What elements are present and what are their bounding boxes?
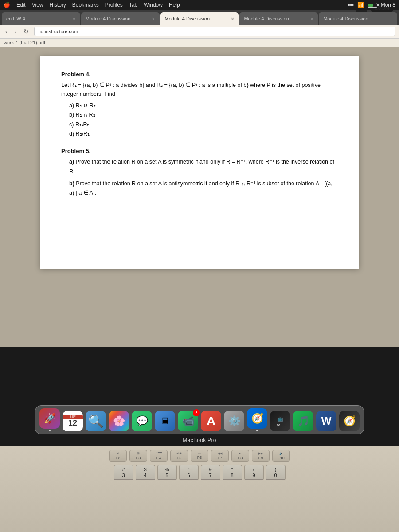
key-4[interactable]: $ 4 xyxy=(136,465,155,480)
back-button[interactable]: ‹ xyxy=(4,27,9,36)
key-f3-icon: ⊞ xyxy=(137,452,140,455)
problem4-part-c: c) R₁\R₂ xyxy=(69,120,338,129)
problem5-part-b: b) Prove that the relation R on a set A … xyxy=(69,179,338,198)
key-f6[interactable]: ··· F6 xyxy=(191,450,208,462)
key-7-bot: 7 xyxy=(209,473,211,478)
problem5-part-b-text: Prove that the relation R on a set A is … xyxy=(69,180,332,196)
problem4-intro: Let R₁ = {(a, b) ∈ P² : a divides b} and… xyxy=(61,81,338,98)
key-5[interactable]: % 5 xyxy=(157,465,177,480)
key-f2[interactable]: ☀ F2 xyxy=(109,450,127,462)
dock-item-appletv[interactable]: 📺tv xyxy=(270,411,290,431)
dock-icon-appletv: 📺tv xyxy=(270,411,290,431)
problem5-part-a-label: a) xyxy=(69,159,74,165)
dock-item-rocket[interactable]: 🚀 xyxy=(39,408,60,431)
key-f5-icon: ☀☀ xyxy=(176,452,182,455)
time-display: Mon 8 xyxy=(381,2,395,8)
key-3[interactable]: # 3 xyxy=(114,465,133,480)
dock-item-word[interactable]: W xyxy=(316,411,336,431)
tab-mod4a-close[interactable]: × xyxy=(152,16,155,22)
dock-item-calendar[interactable]: SEP 12 xyxy=(63,411,83,431)
calendar-date: 12 xyxy=(68,419,77,428)
key-f5[interactable]: ☀☀ F5 xyxy=(170,450,188,462)
address-input[interactable] xyxy=(34,27,395,36)
dock-item-finder[interactable]: 🔍 xyxy=(86,411,106,431)
tab-mod4a[interactable]: Module 4 Discussion × xyxy=(81,12,160,25)
menu-tab[interactable]: Tab xyxy=(129,2,137,8)
dock-item-photos[interactable]: 🌸 xyxy=(109,411,129,431)
fn-row: ☀ F2 ⊞ F3 ⠿⠿⠿ F4 ☀☀ F5 ··· F6 ◀◀ F7 ▶|| … xyxy=(106,450,293,462)
breadcrumb-text: work 4 (Fall 21).pdf xyxy=(4,40,45,45)
dock-icon-screen: 🖥 xyxy=(155,411,175,431)
menu-history[interactable]: History xyxy=(49,2,66,8)
menu-window[interactable]: Window xyxy=(144,2,163,8)
tab-mod4b[interactable]: Module 4 Discussion × xyxy=(160,12,239,25)
key-f8-icon: ▶|| xyxy=(239,452,243,455)
tab-mod4c[interactable]: Module 4 Discussion × xyxy=(239,12,318,25)
problem5-part-a-text: Prove that the relation R on a set A is … xyxy=(69,159,334,174)
minimize-button[interactable]: — xyxy=(356,10,367,12)
dock-item-spotify[interactable]: 🎵 xyxy=(293,411,313,431)
tab-mod4c-close[interactable]: × xyxy=(310,16,314,22)
dock-container: 🚀 SEP 12 🔍 🌸 💬 🖥 📹 3 xyxy=(0,405,399,443)
key-f3[interactable]: ⊞ F3 xyxy=(129,450,147,462)
tab-mod4b-close[interactable]: × xyxy=(231,16,235,22)
dock-item-facetime[interactable]: 📹 3 xyxy=(178,411,198,431)
menu-view[interactable]: View xyxy=(32,2,43,8)
main-key-row: # 3 $ 4 % 5 ^ 6 & 7 * 8 ( 9 ) 0 xyxy=(110,465,289,480)
menu-bookmarks[interactable]: Bookmarks xyxy=(72,2,99,8)
dock-icon-facetime: 📹 3 xyxy=(178,411,198,431)
key-8-bot: 8 xyxy=(231,473,233,478)
key-f9-icon: ▶▶ xyxy=(258,452,263,455)
menu-profiles[interactable]: Profiles xyxy=(105,2,123,8)
key-9-top: ( xyxy=(253,467,255,472)
key-4-bot: 4 xyxy=(144,473,146,478)
tab-mod4c-title: Module 4 Discussion xyxy=(244,16,307,21)
key-f9[interactable]: ▶▶ F9 xyxy=(252,450,270,462)
tab-mod4d[interactable]: Module 4 Discussion xyxy=(319,12,397,25)
keyboard-section: ☀ F2 ⊞ F3 ⠿⠿⠿ F4 ☀☀ F5 ··· F6 ◀◀ F7 ▶|| … xyxy=(0,446,399,532)
key-9[interactable]: ( 9 xyxy=(244,465,264,480)
dock: 🚀 SEP 12 🔍 🌸 💬 🖥 📹 3 xyxy=(35,405,364,434)
reload-button[interactable]: ↻ xyxy=(22,27,31,36)
dock-item-screen[interactable]: 🖥 xyxy=(155,411,175,431)
tab-hw4-title: en HW 4 xyxy=(6,16,70,21)
pdf-viewer: Problem 4. Let R₁ = {(a, b) ∈ P² : a div… xyxy=(0,47,399,347)
key-3-top: # xyxy=(122,467,125,472)
dock-item-messages[interactable]: 💬 xyxy=(132,411,152,431)
key-f7-icon: ◀◀ xyxy=(218,452,222,455)
key-f4[interactable]: ⠿⠿⠿ F4 xyxy=(150,450,168,462)
key-6-top: ^ xyxy=(188,467,190,472)
problem4-title: Problem 4. xyxy=(61,70,338,79)
key-0[interactable]: ) 0 xyxy=(266,465,286,480)
key-f4-label: F4 xyxy=(156,456,161,460)
key-8[interactable]: * 8 xyxy=(223,465,242,480)
dock-icon-finder: 🔍 xyxy=(86,411,106,431)
tab-hw4-close[interactable]: × xyxy=(72,16,76,22)
problem5-parts: a) Prove that the relation R on a set A … xyxy=(61,157,338,198)
key-9-bot: 9 xyxy=(252,473,255,478)
key-f8[interactable]: ▶|| F8 xyxy=(231,450,249,462)
tab-hw4[interactable]: en HW 4 × xyxy=(2,12,80,25)
key-6[interactable]: ^ 6 xyxy=(179,465,199,480)
key-7[interactable]: & 7 xyxy=(201,465,220,480)
forward-button[interactable]: › xyxy=(13,27,19,36)
menu-bar-left: 🍎 Edit View History Bookmarks Profiles T… xyxy=(4,2,180,8)
problem4-part-d: d) R₂\R₁ xyxy=(69,129,338,139)
key-f4-icon: ⠿⠿⠿ xyxy=(156,452,162,455)
dock-item-safari[interactable]: 🧭 xyxy=(247,408,267,431)
key-f10[interactable]: 🔈 F10 xyxy=(272,450,290,462)
apple-menu[interactable]: 🍎 xyxy=(4,2,10,8)
browser-wrapper: en HW 4 × Module 4 Discussion × Module 4… xyxy=(0,10,399,347)
dock-item-nav[interactable]: 🧭 xyxy=(339,411,360,431)
dock-item-font[interactable]: A xyxy=(201,411,221,431)
zoom-button[interactable]: ZOOM xyxy=(371,10,393,12)
key-8-top: * xyxy=(231,467,233,472)
dock-icon-rocket: 🚀 xyxy=(39,408,60,429)
key-f6-icon: ··· xyxy=(198,452,201,455)
menu-edit[interactable]: Edit xyxy=(16,2,26,8)
key-f6-label: F6 xyxy=(197,455,202,460)
wifi-icon: 📶 xyxy=(357,2,364,8)
menu-help[interactable]: Help xyxy=(169,2,180,8)
dock-item-system[interactable]: ⚙️ xyxy=(224,411,244,431)
key-f7[interactable]: ◀◀ F7 xyxy=(211,450,229,462)
